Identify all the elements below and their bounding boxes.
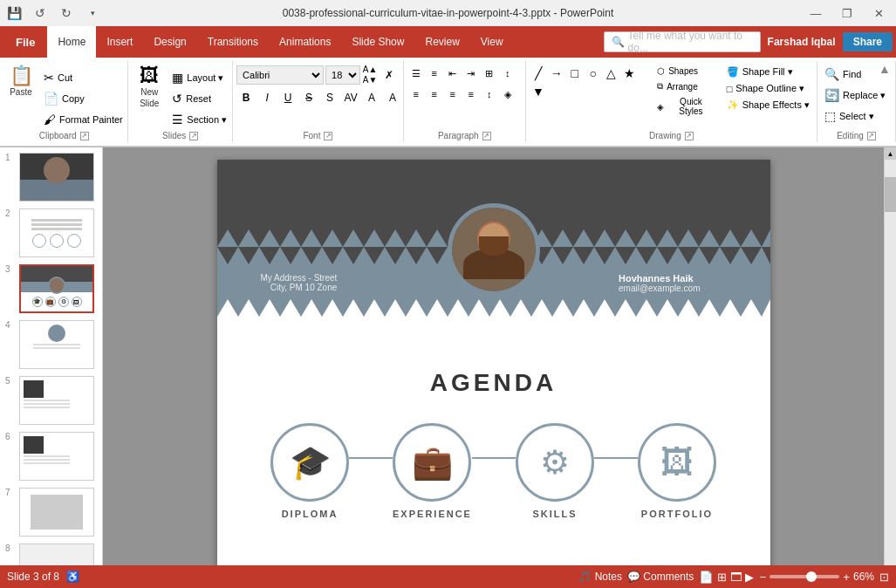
font-size-decrease-button[interactable]: A▼ — [362, 75, 378, 85]
tab-slide-show[interactable]: Slide Show — [341, 26, 414, 58]
align-left-button[interactable]: ≡ — [407, 85, 425, 103]
slide-thumbnail-7[interactable]: 7 — [3, 486, 99, 538]
tab-insert[interactable]: Insert — [96, 26, 143, 58]
file-menu-button[interactable]: File — [3, 26, 47, 58]
scroll-up-button[interactable]: ▲ — [885, 147, 897, 160]
arrange-button[interactable]: ⧉ Arrange — [652, 79, 720, 93]
slideshow-button[interactable]: ▶ — [745, 571, 754, 584]
replace-button[interactable]: 🔄 Replace ▾ — [821, 85, 889, 105]
justify-button[interactable]: ≡ — [462, 85, 480, 103]
paragraph-expand[interactable]: ↗ — [482, 132, 491, 140]
section-button[interactable]: ☰ Section ▾ — [168, 110, 230, 129]
font-family-select[interactable]: Calibri — [236, 65, 324, 85]
tell-me-search[interactable]: 🔍 Tell me what you want to do... — [604, 31, 761, 52]
clear-format-button[interactable]: ✗ — [380, 65, 399, 85]
strikethrough-button[interactable]: S — [299, 88, 318, 107]
tab-view[interactable]: View — [470, 26, 514, 58]
slide-thumbnail-4[interactable]: 4 — [3, 318, 99, 371]
connector-2 — [472, 457, 516, 459]
fit-slide-button[interactable]: ⊡ — [879, 571, 889, 584]
shape-rect[interactable]: □ — [566, 65, 584, 82]
text-shadow-button[interactable]: S — [320, 88, 339, 107]
scroll-track[interactable] — [885, 160, 896, 576]
underline-button[interactable]: U — [278, 88, 298, 107]
reset-button[interactable]: ↺ Reset — [168, 89, 230, 108]
tab-review[interactable]: Review — [414, 26, 469, 58]
shape-outline-button[interactable]: □ Shape Outline ▾ — [723, 81, 813, 96]
font-size-increase-button[interactable]: A▲ — [362, 65, 378, 74]
find-button[interactable]: 🔍 Find — [821, 65, 865, 84]
close-button[interactable]: ✕ — [865, 3, 893, 24]
slides-expand[interactable]: ↗ — [189, 132, 198, 140]
quick-styles-icon: ◈ — [657, 102, 664, 112]
align-center-button[interactable]: ≡ — [426, 85, 443, 103]
shape-star[interactable]: ★ — [621, 65, 639, 82]
decrease-indent-button[interactable]: ⇤ — [444, 65, 462, 82]
slide-thumbnail-3[interactable]: 3 🎓 💼 ⚙ 🖼 — [3, 263, 99, 315]
layout-button[interactable]: ▦ Layout ▾ — [168, 68, 230, 87]
slide-thumbnail-5[interactable]: 5 — [3, 374, 99, 427]
numbering-button[interactable]: ≡ — [426, 65, 443, 82]
format-painter-button[interactable]: 🖌 Format Painter — [40, 110, 127, 129]
select-button[interactable]: ⬚ Select ▾ — [821, 106, 878, 126]
customize-quick-access-button[interactable]: ▾ — [82, 3, 103, 24]
notes-button[interactable]: 🎵 Notes — [578, 571, 622, 583]
bold-button[interactable]: B — [236, 88, 256, 107]
share-button[interactable]: Share — [843, 32, 893, 51]
shape-effects-button[interactable]: ✨ Shape Effects ▾ — [723, 98, 813, 113]
scroll-thumb[interactable] — [885, 177, 896, 212]
highlight-button[interactable]: A — [383, 88, 402, 107]
italic-button[interactable]: I — [257, 88, 277, 107]
shapes-button[interactable]: ⬡ Shapes — [652, 65, 720, 78]
columns-button[interactable]: ⊞ — [481, 65, 498, 82]
editing-expand[interactable]: ↗ — [867, 132, 876, 140]
undo-button[interactable]: ↺ — [30, 3, 51, 24]
clipboard-expand[interactable]: ↗ — [80, 132, 89, 140]
drawing-expand[interactable]: ↗ — [685, 132, 694, 140]
zoom-in-button[interactable]: + — [843, 571, 850, 584]
shape-line[interactable]: ╱ — [530, 65, 547, 82]
shape-more[interactable]: ▼ — [530, 83, 547, 100]
shape-oval[interactable]: ○ — [585, 65, 602, 82]
zoom-slider[interactable] — [769, 575, 839, 578]
char-spacing-button[interactable]: AV — [341, 88, 360, 107]
save-button[interactable]: 💾 — [3, 3, 24, 24]
reading-view-button[interactable]: 🗖 — [730, 571, 742, 584]
slide-sorter-button[interactable]: ⊞ — [717, 571, 727, 584]
shape-fill-button[interactable]: 🪣 Shape Fill ▾ — [723, 65, 813, 79]
comments-button[interactable]: 💬 Comments — [627, 571, 694, 583]
vertical-scrollbar[interactable]: ▲ ▼ — [884, 147, 896, 588]
shape-arrow[interactable]: → — [548, 65, 565, 82]
text-direction-button[interactable]: ↕ — [499, 65, 516, 82]
contact-city: City, PM 10 Zone — [261, 283, 338, 292]
font-size-select[interactable]: 18 — [325, 65, 360, 85]
ribbon-collapse-button[interactable]: ▲ — [877, 61, 893, 77]
tab-animations[interactable]: Animations — [269, 26, 341, 58]
shape-tri[interactable]: △ — [603, 65, 620, 82]
quick-styles-button[interactable]: ◈ Quick Styles — [652, 95, 720, 118]
window-controls: — ❐ ✕ — [802, 3, 896, 24]
smart-art-button[interactable]: ◈ — [499, 85, 516, 103]
copy-button[interactable]: 📄 Copy — [40, 89, 127, 108]
paste-button[interactable]: 📋 Paste — [3, 65, 38, 117]
line-spacing-button[interactable]: ↕ — [481, 85, 498, 103]
align-right-button[interactable]: ≡ — [444, 85, 462, 103]
redo-button[interactable]: ↻ — [56, 3, 77, 24]
bullets-button[interactable]: ☰ — [407, 65, 425, 82]
slide-thumbnail-1[interactable]: 1 — [3, 151, 99, 203]
font-color-button[interactable]: A — [362, 88, 381, 107]
cut-button[interactable]: ✂ Cut — [40, 68, 127, 87]
minimize-button[interactable]: — — [802, 3, 830, 24]
slides-label: Slides ↗ — [132, 129, 229, 142]
slide-thumbnail-2[interactable]: 2 — [3, 207, 99, 259]
tab-home[interactable]: Home — [47, 26, 96, 58]
restore-button[interactable]: ❐ — [833, 3, 861, 24]
slide-thumbnail-6[interactable]: 6 — [3, 430, 99, 482]
increase-indent-button[interactable]: ⇥ — [462, 65, 480, 82]
zoom-out-button[interactable]: − — [759, 571, 766, 584]
font-expand[interactable]: ↗ — [324, 132, 332, 140]
normal-view-button[interactable]: 📄 — [699, 571, 714, 584]
tab-transitions[interactable]: Transitions — [197, 26, 269, 58]
tab-design[interactable]: Design — [143, 26, 196, 58]
new-slide-button[interactable]: 🖼 New Slide — [132, 65, 167, 117]
